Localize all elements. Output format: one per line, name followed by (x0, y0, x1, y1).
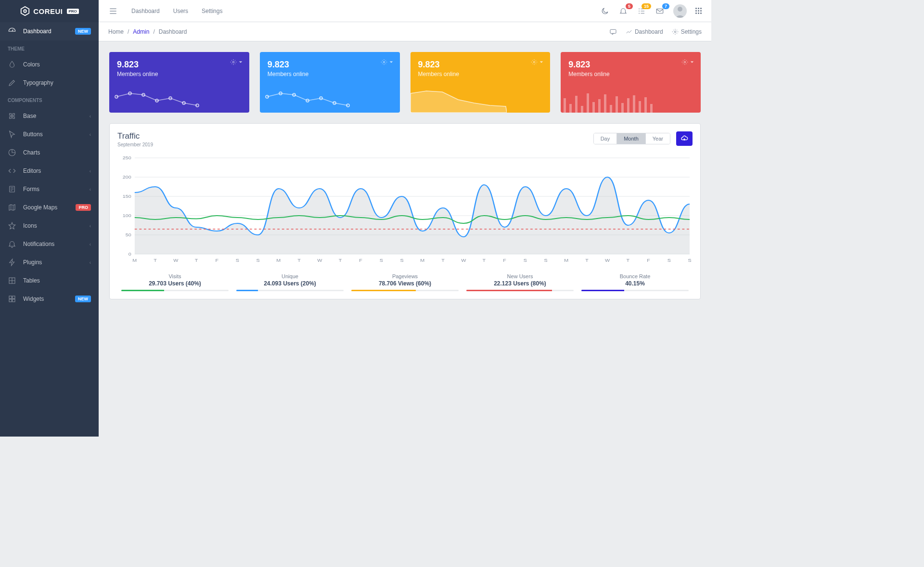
stat-item: Pageviews 78.706 Views (60%) (347, 273, 462, 291)
widget-settings-button[interactable] (381, 59, 393, 65)
svg-text:S: S (236, 258, 240, 263)
sidebar-item-icons[interactable]: Icons ‹ (0, 217, 99, 235)
svg-rect-7 (13, 299, 15, 302)
tasks-button[interactable]: 15 (637, 6, 646, 16)
widget-value: 9.823 (568, 60, 693, 70)
breadcrumb-dashboard: Dashboard (159, 28, 187, 35)
period-year-button[interactable]: Year (645, 133, 670, 144)
pro-badge: PRO (76, 204, 91, 211)
sidebar-item-label: Tables (23, 277, 91, 284)
stat-progress (236, 290, 344, 291)
svg-rect-38 (610, 105, 612, 113)
svg-text:250: 250 (123, 155, 131, 160)
pencil-icon (8, 78, 16, 87)
cloud-download-icon (680, 135, 688, 142)
sidebar-item-plugins[interactable]: Plugins ‹ (0, 253, 99, 271)
apps-button[interactable] (695, 8, 702, 14)
stat-progress (351, 290, 459, 291)
subheader-settings-label: Settings (681, 28, 702, 35)
widget-settings-button[interactable] (681, 59, 694, 65)
stat-progress (581, 290, 689, 291)
header-nav-users[interactable]: Users (173, 8, 188, 14)
header-nav-dashboard[interactable]: Dashboard (131, 8, 160, 14)
svg-point-29 (684, 61, 686, 63)
theme-toggle-button[interactable] (600, 6, 610, 16)
traffic-chart: 050100150200250MTWTFSSMTWTFSSMTWTFSSMTWT… (117, 153, 693, 264)
svg-rect-31 (569, 104, 572, 113)
sidebar-item-forms[interactable]: Forms ‹ (0, 180, 99, 198)
notifications-button[interactable]: 5 (618, 6, 628, 16)
svg-rect-41 (627, 98, 629, 113)
stat-widget: 9.823 Members online (109, 52, 249, 113)
svg-text:M: M (276, 258, 281, 263)
breadcrumb-home[interactable]: Home (108, 28, 124, 35)
sidebar-item-typography[interactable]: Typography (0, 74, 99, 92)
sidebar: COREUI PRO Dashboard NEW THEME Colors Ty… (0, 0, 99, 437)
svg-point-11 (674, 31, 676, 33)
sidebar-item-label: Typography (23, 79, 91, 86)
period-day-button[interactable]: Day (594, 133, 617, 144)
chevron-left-icon: ‹ (90, 132, 91, 137)
sparkline-icon (411, 86, 507, 113)
subheader-settings-link[interactable]: Settings (672, 28, 702, 35)
svg-text:M: M (564, 258, 568, 263)
new-badge: NEW (75, 28, 91, 35)
breadcrumb: Home / Admin / Dashboard (108, 28, 187, 35)
stat-item: Visits 29.703 Users (40%) (117, 273, 232, 291)
sidebar-item-charts[interactable]: Charts (0, 143, 99, 162)
brand[interactable]: COREUI PRO (0, 0, 99, 22)
sidebar-item-widgets[interactable]: Widgets NEW (0, 290, 99, 308)
caret-down-icon (690, 60, 694, 64)
svg-rect-43 (639, 101, 641, 113)
svg-text:W: W (461, 258, 466, 263)
stat-widget: 9.823 Members online (411, 52, 551, 113)
chevron-left-icon: ‹ (90, 260, 91, 265)
sidebar-item-colors[interactable]: Colors (0, 55, 99, 74)
svg-rect-8 (656, 9, 663, 13)
period-toggle: Day Month Year (593, 133, 670, 144)
svg-text:M: M (132, 258, 137, 263)
subheader-dashboard-link[interactable]: Dashboard (626, 28, 663, 35)
svg-rect-30 (564, 98, 566, 113)
gear-icon (681, 59, 688, 65)
sidebar-item-label: Dashboard (23, 28, 75, 35)
chevron-left-icon: ‹ (90, 242, 91, 247)
graph-icon (626, 28, 632, 35)
caret-down-icon (389, 60, 393, 64)
svg-rect-6 (9, 299, 12, 302)
grid-icon (8, 276, 16, 285)
stat-label: Bounce Rate (581, 273, 689, 279)
svg-rect-37 (604, 94, 606, 113)
widget-settings-button[interactable] (531, 59, 543, 65)
stat-widget: 9.823 Members online (260, 52, 400, 113)
stat-value: 78.706 Views (60%) (351, 280, 459, 287)
sidebar-item-googlemaps[interactable]: Google Maps PRO (0, 198, 99, 217)
period-month-button[interactable]: Month (616, 133, 645, 144)
svg-rect-45 (650, 104, 653, 113)
widget-settings-button[interactable] (230, 59, 243, 65)
avatar[interactable] (673, 4, 687, 18)
download-button[interactable] (676, 131, 693, 146)
messages-button[interactable]: 7 (655, 6, 665, 16)
bolt-icon (8, 258, 16, 267)
sidebar-item-buttons[interactable]: Buttons ‹ (0, 125, 99, 143)
breadcrumb-admin[interactable]: Admin (133, 28, 149, 35)
sidebar-item-dashboard[interactable]: Dashboard NEW (0, 22, 99, 40)
svg-text:T: T (441, 258, 445, 263)
gear-icon (230, 59, 237, 65)
speech-icon[interactable] (609, 28, 617, 36)
traffic-subtitle: September 2019 (117, 142, 153, 147)
sidebar-item-editors[interactable]: Editors ‹ (0, 162, 99, 180)
svg-text:T: T (339, 258, 342, 263)
svg-text:S: S (257, 258, 260, 263)
stat-item: Unique 24.093 Users (20%) (232, 273, 347, 291)
gear-icon (531, 59, 538, 65)
svg-text:S: S (380, 258, 384, 263)
svg-text:T: T (154, 258, 157, 263)
menu-toggle-icon[interactable] (108, 6, 118, 16)
sidebar-item-base[interactable]: Base ‹ (0, 107, 99, 125)
header-nav-settings[interactable]: Settings (202, 8, 222, 14)
sidebar-item-tables[interactable]: Tables (0, 271, 99, 290)
sidebar-item-notifications[interactable]: Notifications ‹ (0, 235, 99, 253)
sidebar-item-label: Colors (23, 61, 91, 68)
